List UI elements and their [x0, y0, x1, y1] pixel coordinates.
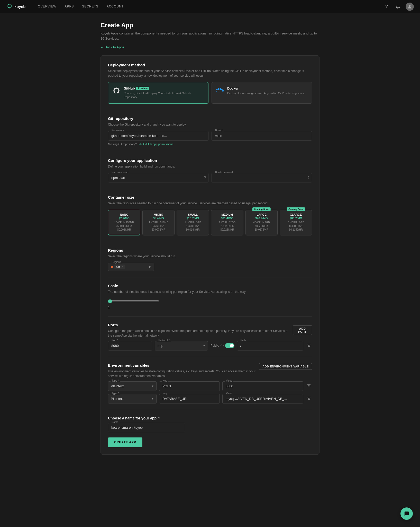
run-command-label: Run command — [111, 171, 129, 174]
protocol-label: Protocol * — [157, 339, 170, 342]
protocol-select[interactable]: http https tcp — [155, 341, 208, 350]
svg-rect-2 — [218, 89, 219, 90]
back-link[interactable]: ← Back to Apps — [101, 45, 124, 49]
size-micro[interactable]: MICRO $5.4/MO 1 VCPU / 512MB 5GB DISK $0… — [142, 210, 175, 235]
delete-env-0[interactable] — [306, 383, 312, 389]
env-row-0: Type * Plaintext Secret Key Value — [108, 381, 312, 391]
path-input[interactable] — [237, 341, 303, 350]
size-xlarge[interactable]: Coming Soon XLARGE $85.7/MO 8 VCPU / 8GB… — [280, 210, 312, 235]
regions-field-wrapper: Regions par × ▼ — [108, 263, 312, 271]
env-key-0: Key — [159, 381, 220, 391]
size-large[interactable]: Coming Soon LARGE $42.9/MO 4 VCPU / 4GB … — [245, 210, 278, 235]
env-type-select-0[interactable]: Plaintext Secret — [108, 381, 157, 391]
repository-input[interactable] — [108, 131, 208, 140]
deployment-desc: Select the deployment method of your Ser… — [108, 69, 312, 78]
scale-slider[interactable] — [108, 299, 159, 303]
chat-button[interactable] — [400, 507, 413, 520]
add-env-button[interactable]: ADD ENVIRONMENT VARIABLE — [259, 363, 312, 370]
ports-header: Ports Configure the ports which should b… — [108, 323, 312, 338]
public-label-text: Public — [211, 344, 219, 347]
build-command-help-icon[interactable]: ? — [307, 175, 309, 180]
docker-option-title: Docker — [227, 86, 305, 90]
app-name-input[interactable] — [108, 423, 185, 432]
size-small[interactable]: SMALL $10.7/MO 1 VCPU / 1GB 10GB DISK $0… — [177, 210, 209, 235]
regions-dropdown[interactable]: par × ▼ — [108, 263, 154, 271]
regions-selected-tag: par × — [114, 265, 125, 269]
port-row: Port * Protocol * http https tcp Public … — [108, 341, 312, 350]
build-command-input[interactable] — [212, 173, 312, 182]
medium-price: $21.4/MO — [213, 217, 241, 220]
regions-tag-close[interactable]: × — [122, 265, 123, 269]
public-help-icon[interactable]: ⓘ — [221, 344, 224, 348]
repository-field: Repository — [108, 131, 208, 140]
run-command-field: Run command ? — [108, 173, 208, 182]
env-key-input-1[interactable] — [159, 394, 220, 403]
create-app-button[interactable]: CREATE APP — [108, 437, 142, 447]
env-desc: Use environment variables to store confi… — [108, 369, 256, 378]
env-key-input-0[interactable] — [159, 381, 220, 391]
nav-account[interactable]: ACCOUNT — [103, 0, 128, 13]
size-nano[interactable]: NANO $2.7/MO 1 VCPU / 256MB 2500MB DISK … — [108, 210, 140, 235]
par-flag — [111, 266, 113, 268]
env-row-1: Type * Plaintext Secret Key Value — [108, 394, 312, 403]
env-value-label-1: Value — [225, 392, 233, 395]
help-button[interactable]: ? — [383, 3, 390, 10]
deployment-title: Deployment method — [108, 63, 312, 67]
nav-secrets[interactable]: SECRETS — [78, 0, 102, 13]
app-name-label: Choose a name for your app ? — [108, 416, 312, 420]
github-option-title: GitHub Preview — [124, 86, 204, 90]
size-grid: NANO $2.7/MO 1 VCPU / 256MB 2500MB DISK … — [108, 210, 312, 235]
edit-github-link[interactable]: Edit GitHub app permissions — [138, 143, 173, 146]
nano-price: $2.7/MO — [110, 217, 138, 220]
size-medium[interactable]: MEDIUM $21.4/MO 2 VCPU / 2GB 20GB DISK $… — [211, 210, 243, 235]
delete-port-button[interactable] — [306, 343, 312, 348]
xlarge-coming-soon: Coming Soon — [287, 207, 305, 211]
large-price: $42.9/MO — [248, 217, 276, 220]
github-icon — [112, 86, 121, 95]
configure-form-row: Run command ? Build command ? — [108, 173, 312, 182]
repository-label: Repository — [111, 129, 125, 132]
run-command-input[interactable] — [108, 173, 208, 182]
user-avatar[interactable] — [406, 3, 414, 11]
app-name-help-icon[interactable]: ? — [158, 416, 160, 420]
git-section-desc: Choose the Git repository and branch you… — [108, 122, 312, 127]
env-value-1: Value — [222, 394, 303, 403]
env-value-input-1[interactable] — [222, 394, 303, 403]
page-title: Create App — [101, 22, 319, 29]
port-number-input[interactable] — [108, 341, 152, 350]
deploy-option-github[interactable]: GitHub Preview Connect, Build And Deploy… — [108, 82, 208, 104]
logo[interactable]: koyeb — [6, 4, 25, 10]
add-port-button[interactable]: ADD PORT — [293, 325, 312, 335]
large-coming-soon: Coming Soon — [252, 207, 271, 211]
path-label: Path — [240, 339, 247, 342]
container-size-title: Container size — [108, 195, 312, 199]
build-command-field: Build command ? — [212, 173, 312, 182]
nav-apps[interactable]: APPS — [61, 0, 78, 13]
env-type-select-1[interactable]: Plaintext Secret — [108, 394, 157, 403]
deploy-option-docker[interactable]: Docker Deploy Docker Images From Any Pub… — [212, 82, 312, 104]
large-spec: 4 VCPU / 4GB 40GB DISK $0.0576/HR — [248, 221, 276, 232]
ports-title: Ports — [108, 323, 293, 327]
notifications-button[interactable] — [394, 3, 401, 10]
nav-overview[interactable]: OVERVIEW — [34, 0, 60, 13]
app-name-field-label: Name — [111, 421, 120, 424]
port-number-field: Port * — [108, 341, 152, 350]
xlarge-name: XLARGE — [282, 213, 310, 216]
env-key-1: Key — [159, 394, 220, 403]
scale-title: Scale — [108, 284, 312, 288]
svg-point-0 — [409, 5, 411, 7]
run-command-help-icon[interactable]: ? — [204, 175, 206, 180]
public-toggle[interactable] — [225, 343, 234, 348]
delete-env-1[interactable] — [306, 396, 312, 401]
xlarge-spec: 8 VCPU / 8GB 80GB DISK $0.1152/HR — [282, 221, 310, 232]
medium-spec: 2 VCPU / 2GB 20GB DISK $0.0288/HR — [213, 221, 241, 232]
missing-git-text: Missing Git repository? Edit GitHub app … — [108, 143, 312, 146]
large-name: LARGE — [248, 213, 276, 216]
env-key-label-1: Key — [162, 392, 168, 395]
nano-spec: 1 VCPU / 256MB 2500MB DISK $0.0036/HR — [110, 221, 138, 232]
branch-input[interactable] — [212, 131, 312, 140]
env-header: Environment variables Use environment va… — [108, 363, 312, 378]
env-value-input-0[interactable] — [222, 381, 303, 391]
app-name-field: Name — [108, 423, 185, 432]
protocol-field: Protocol * http https tcp — [155, 341, 208, 350]
